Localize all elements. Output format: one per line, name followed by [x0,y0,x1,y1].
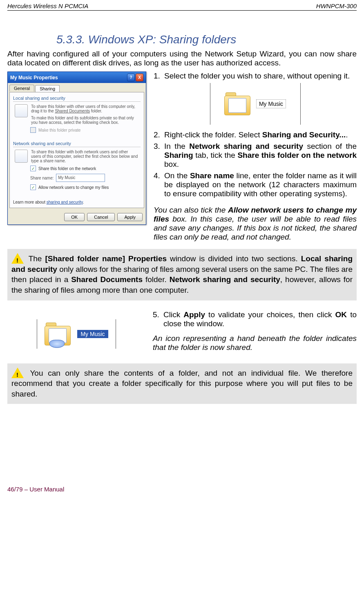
ok-button[interactable]: OK [64,213,85,221]
warning-icon [11,368,24,378]
folder-thumbnail: My Music [210,83,301,125]
section-title: 5.3.3. Windows XP: Sharing folders [56,33,357,46]
dialog-title: My Music Properties [10,75,58,81]
share-name-label: Share name: [30,176,54,180]
checkbox-private-label: Make this folder private [38,128,80,132]
folder-icon [224,92,250,115]
shared-documents-link[interactable]: Shared Documents [55,109,90,113]
header-right: HWNPCM-300 [316,2,357,9]
page-footer: 46/79 – User Manual [7,486,357,494]
step-1-num: 1. [154,72,164,81]
checkbox-allow-change[interactable]: ✓ [30,184,36,190]
step-5-text: Click Apply to validate your choices, th… [163,310,357,328]
step-3-num: 3. [154,142,164,169]
close-icon[interactable]: X [136,74,143,81]
group1-text1-tail: folder. [90,109,102,113]
shared-note: An icon representing a hand beneath the … [153,334,357,352]
cancel-button[interactable]: Cancel [87,213,115,221]
step-5-num: 5. [153,310,163,328]
shared-folder-label: My Music [77,330,108,338]
note-share-contents: You can only share the contents of a fol… [7,363,357,404]
share-name-input[interactable]: My Music [56,174,105,182]
checkbox-share-network-label: Share this folder on the network [38,166,96,171]
step-2-text: Right-click the folder. Select Sharing a… [164,130,357,139]
hand-icon [49,340,65,348]
step-4-num: 4. [154,171,164,198]
group-network-label: Network sharing and security [13,141,141,146]
checkbox-private [30,127,36,133]
note-properties: The [Shared folder name] Properties wind… [7,249,357,300]
step-2-num: 2. [154,130,164,139]
folder-label: My Music [256,99,286,108]
italic-note: You can also tick the Allow network user… [154,206,357,242]
tab-general[interactable]: General [9,85,34,92]
group-local-label: Local sharing and security [13,96,141,101]
folder-icon [15,104,28,117]
step-4-text: On the Share name line, enter the folder… [164,171,357,198]
learn-link[interactable]: sharing and security [47,200,83,204]
step-1-text: Select the folder you wish to share, wit… [164,72,357,81]
warning-icon [11,253,24,264]
header-left: Hercules Wireless N PCMCIA [7,2,88,9]
group1-text2: To make this folder and its subfolders p… [31,116,134,125]
apply-button[interactable]: Apply [117,213,143,221]
step-3-text: In the Network sharing and security sect… [164,142,357,169]
help-icon[interactable]: ? [127,74,135,81]
tab-sharing[interactable]: Sharing [35,85,60,92]
shared-folder-thumbnail: My Music [37,319,116,349]
group2-text: To share this folder with both network u… [31,150,139,163]
learn-prefix: Learn more about [13,200,47,204]
checkbox-share-network[interactable]: ✓ [30,166,36,171]
intro-paragraph: After having configured all of your comp… [7,49,357,67]
divider [7,10,357,11]
folder-icon [45,323,71,345]
network-icon [15,150,28,163]
properties-dialog: My Music Properties ? X General Sharing … [7,72,146,225]
checkbox-allow-change-label: Allow network users to change my files [38,185,109,190]
